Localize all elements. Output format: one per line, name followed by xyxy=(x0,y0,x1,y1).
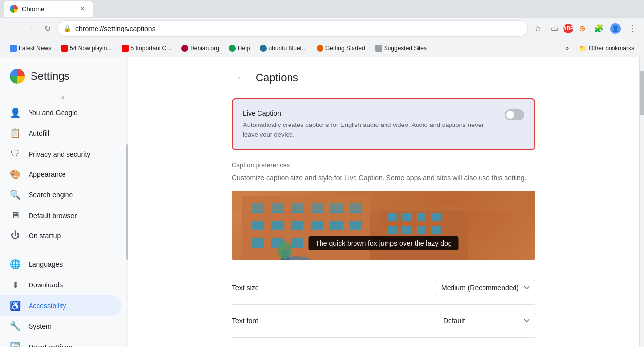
sidebar-item-label: Downloads xyxy=(29,281,63,289)
download-icon: ⬇ xyxy=(10,280,21,290)
sidebar-item-privacy[interactable]: 🛡 Privacy and security xyxy=(0,144,122,164)
live-caption-toggle[interactable] xyxy=(505,109,524,120)
bookmarks-bar: Latest News 54 Now playin... 5 Important… xyxy=(0,39,644,57)
sidebar-item-default-browser[interactable]: 🖥 Default browser xyxy=(0,205,122,225)
bookmark-help[interactable]: Help xyxy=(225,43,254,54)
svg-rect-20 xyxy=(431,213,441,221)
avast-button[interactable]: ⊕ xyxy=(574,21,590,36)
sidebar: Settings ▲ 👤 You and Google 📋 Autofill 🛡… xyxy=(0,57,126,347)
autofill-icon: 📋 xyxy=(10,128,21,139)
lock-icon: 🔒 xyxy=(64,25,71,32)
wrench-icon: 🔧 xyxy=(10,321,21,332)
caption-preferences-description: Customize caption size and style for Liv… xyxy=(232,173,535,183)
svg-rect-14 xyxy=(252,238,264,248)
svg-rect-9 xyxy=(271,221,284,230)
page-header: ← Captions xyxy=(232,69,535,87)
forward-button[interactable]: → xyxy=(22,21,37,36)
sidebar-item-system[interactable]: 🔧 System xyxy=(0,316,122,337)
globe-icon: 🌐 xyxy=(10,259,21,270)
caption-preview: The quick brown fox jumps over the lazy … xyxy=(232,191,535,260)
content-panel: ← Captions Live Caption Automatically cr… xyxy=(128,57,639,347)
sidebar-item-search-engine[interactable]: 🔍 Search engine xyxy=(0,185,122,205)
text-font-select[interactable]: DefaultSerifSans-serifMonospace xyxy=(437,313,535,329)
tab-close-button[interactable]: ✕ xyxy=(78,4,87,13)
shield-icon: 🛡 xyxy=(10,149,21,159)
accessibility-icon: ♿ xyxy=(10,300,21,311)
back-button[interactable]: ← xyxy=(4,21,20,36)
bookmarks-more-button[interactable]: » xyxy=(561,43,573,54)
tab-bar: Chrome ✕ xyxy=(0,0,644,18)
sidebar-item-label: Languages xyxy=(29,260,63,268)
bookmark-favicon xyxy=(229,45,236,52)
sidebar-item-label: Appearance xyxy=(29,170,66,178)
address-bar[interactable]: 🔒 chrome://settings/captions xyxy=(57,20,528,37)
sidebar-item-downloads[interactable]: ⬇ Downloads xyxy=(0,275,122,295)
adblock-button[interactable]: ABP xyxy=(563,24,573,33)
bookmark-favicon xyxy=(181,45,188,52)
power-icon: ⏻ xyxy=(10,230,21,241)
menu-button[interactable]: ⋮ xyxy=(624,21,640,36)
active-tab[interactable]: Chrome ✕ xyxy=(4,1,93,17)
content-scrollbar[interactable] xyxy=(639,57,644,347)
sidebar-item-appearance[interactable]: 🎨 Appearance xyxy=(0,164,122,185)
reload-button[interactable]: ↻ xyxy=(39,21,55,36)
text-size-row: Text size SmallMedium (Recommended)Large… xyxy=(232,272,535,305)
text-size-select[interactable]: SmallMedium (Recommended)LargeExtra Larg… xyxy=(435,280,535,296)
folder-icon: 📁 xyxy=(579,44,587,52)
sidebar-item-accessibility[interactable]: ♿ Accessibility xyxy=(0,295,122,316)
sidebar-item-autofill[interactable]: 📋 Autofill xyxy=(0,123,122,144)
bookmark-suggested[interactable]: Suggested Sites xyxy=(371,43,431,54)
svg-point-27 xyxy=(277,241,292,259)
svg-rect-12 xyxy=(330,221,343,230)
svg-rect-28 xyxy=(232,191,527,211)
bookmark-getting-started[interactable]: Getting Started xyxy=(313,43,369,54)
cast-button[interactable]: ▭ xyxy=(547,21,562,36)
svg-rect-24 xyxy=(431,226,441,234)
sidebar-item-label: On startup xyxy=(29,232,61,240)
caption-preferences-section: Caption preferences Customize caption si… xyxy=(232,162,535,347)
reset-icon: 🔄 xyxy=(10,342,21,347)
sidebar-item-you-google[interactable]: 👤 You and Google xyxy=(0,102,122,123)
bookmark-yt1[interactable]: 54 Now playin... xyxy=(57,43,116,54)
navigation-bar: ← → ↻ 🔒 chrome://settings/captions ☆ ▭ A… xyxy=(0,18,644,39)
svg-rect-10 xyxy=(291,221,303,230)
text-color-row: Text color DefaultWhiteYellowGreenCyanBl… xyxy=(232,338,535,347)
svg-rect-16 xyxy=(291,238,303,248)
bookmark-ubuntu[interactable]: ubuntu Bluet... xyxy=(256,43,311,54)
live-caption-card: Live Caption Automatically creates capti… xyxy=(232,98,535,150)
sidebar-scrollbar[interactable] xyxy=(126,57,128,347)
sidebar-scrollbar-thumb xyxy=(126,144,128,260)
person-icon: 👤 xyxy=(10,107,21,118)
search-icon: 🔍 xyxy=(10,189,21,200)
text-size-label: Text size xyxy=(232,284,258,292)
caption-preview-text: The quick brown fox jumps over the lazy … xyxy=(308,236,458,250)
sidebar-item-label: Reset settings xyxy=(29,343,72,347)
captions-back-button[interactable]: ← xyxy=(232,69,250,87)
sidebar-item-label: System xyxy=(29,322,52,330)
live-caption-description: Automatically creates captions for Engli… xyxy=(243,120,497,139)
sidebar-divider xyxy=(8,250,118,250)
content-scrollbar-thumb xyxy=(640,71,644,115)
svg-rect-22 xyxy=(402,226,412,234)
sidebar-item-languages[interactable]: 🌐 Languages xyxy=(0,254,122,275)
profile-button[interactable]: 👤 xyxy=(608,21,623,36)
page-title: Captions xyxy=(256,71,298,84)
svg-rect-17 xyxy=(387,213,397,221)
other-bookmarks[interactable]: 📁 Other bookmarks xyxy=(575,42,638,54)
sidebar-item-reset-settings[interactable]: 🔄 Reset settings xyxy=(0,337,122,347)
sidebar-item-label: Autofill xyxy=(29,129,49,137)
svg-rect-8 xyxy=(252,221,264,230)
svg-rect-23 xyxy=(417,226,426,234)
bookmark-yt2[interactable]: 5 Important C... xyxy=(118,43,175,54)
bookmark-favicon xyxy=(260,45,267,52)
live-caption-content: Live Caption Automatically creates capti… xyxy=(243,109,497,139)
bookmark-favicon xyxy=(317,45,323,52)
bookmark-button[interactable]: ☆ xyxy=(530,21,546,36)
extensions-button[interactable]: 🧩 xyxy=(591,21,607,36)
bookmark-latest-news[interactable]: Latest News xyxy=(6,43,55,54)
sidebar-item-on-startup[interactable]: ⏻ On startup xyxy=(0,225,122,246)
address-text: chrome://settings/captions xyxy=(75,25,521,32)
tab-title: Chrome xyxy=(22,5,44,13)
bookmark-debian[interactable]: Debian.org xyxy=(177,43,223,54)
svg-rect-11 xyxy=(311,221,323,230)
